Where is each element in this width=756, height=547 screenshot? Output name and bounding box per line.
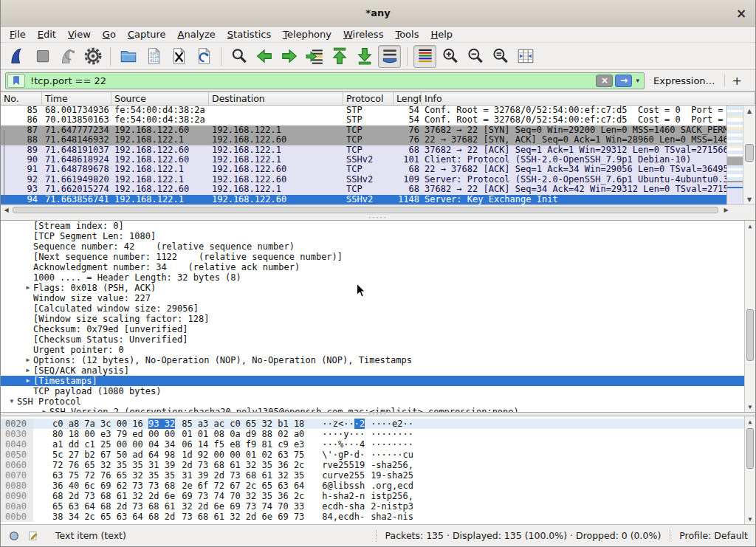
details-scrollbar[interactable]: ▲ ▼ xyxy=(744,221,755,412)
detail-row-5[interactable]: 1000 .... = Header Length: 32 bytes (8) xyxy=(1,272,755,283)
detail-row-2[interactable]: Sequence number: 42 (relative sequence n… xyxy=(1,241,755,252)
packet-row-87[interactable]: 8771.647777234192.168.122.60192.168.122.… xyxy=(1,125,726,135)
detail-row-1[interactable]: [TCP Segment Len: 1080] xyxy=(1,231,755,241)
detail-row-10[interactable]: Checksum: 0x79ed [unverified] xyxy=(1,324,755,334)
filter-bookmark-button[interactable] xyxy=(7,74,25,88)
packet-row-92[interactable]: 9271.661949820192.168.122.1192.168.122.6… xyxy=(1,175,726,185)
detail-row-15[interactable]: ▶[Timestamps] xyxy=(1,376,755,386)
save-file-button[interactable]: 010101100111 xyxy=(142,45,165,68)
resize-columns-button[interactable] xyxy=(514,45,537,68)
scroll-left-icon[interactable]: ◀ xyxy=(1,205,12,215)
menu-item-analyze[interactable]: Analyze xyxy=(172,28,221,41)
filter-dropdown-icon[interactable]: ▾ xyxy=(636,77,639,84)
packet-row-88[interactable]: 8871.648146932192.168.122.1192.168.122.6… xyxy=(1,135,726,145)
menu-item-help[interactable]: Help xyxy=(425,28,458,41)
menu-item-capture[interactable]: Capture xyxy=(122,28,172,41)
pane-splitter-top[interactable]: ····· xyxy=(1,215,755,221)
close-icon[interactable]: × xyxy=(735,7,748,20)
go-forward-button[interactable] xyxy=(278,45,300,68)
go-to-packet-button[interactable] xyxy=(303,45,326,68)
scroll-right-icon[interactable]: ▶ xyxy=(721,205,732,215)
detail-row-7[interactable]: Window size value: 227 xyxy=(1,293,755,303)
hex-scroll-up-icon[interactable]: ▲ xyxy=(745,416,755,427)
hex-row-00a0[interactable]: 00a065 63 64 68 2d 73 68 6132 2d 6e 69 7… xyxy=(1,501,755,512)
column-header-no[interactable]: No. xyxy=(1,92,42,105)
menu-item-tools[interactable]: Tools xyxy=(389,28,425,41)
filter-apply-button[interactable]: → xyxy=(615,75,632,87)
hex-row-0060[interactable]: 006072 76 65 32 35 35 31 392d 73 68 61 3… xyxy=(1,460,755,470)
detail-row-9[interactable]: [Window size scaling factor: 128] xyxy=(1,314,755,324)
column-header-destination[interactable]: Destination xyxy=(209,92,343,105)
hex-row-0070[interactable]: 007063 75 72 76 65 32 35 3531 39 2d 73 6… xyxy=(1,470,755,481)
detail-row-4[interactable]: Acknowledgment number: 34 (relative ack … xyxy=(1,262,755,272)
menu-item-wireless[interactable]: Wireless xyxy=(337,28,389,41)
go-back-button[interactable] xyxy=(252,45,275,68)
expander-collapsed-icon[interactable]: ▶ xyxy=(23,283,33,293)
detail-row-16[interactable]: TCP payload (1080 bytes) xyxy=(1,386,755,396)
stop-capture-button[interactable] xyxy=(31,45,54,68)
hex-row-0020[interactable]: 0020c0 a8 7a 3c 00 16 93 3285 a3 ac c0 6… xyxy=(1,419,755,429)
scrollbar-minimap[interactable] xyxy=(726,106,743,204)
hex-row-0080[interactable]: 008036 40 6c 69 62 73 73 682e 6f 72 67 2… xyxy=(1,481,755,491)
start-capture-button[interactable] xyxy=(6,45,29,68)
menu-item-view[interactable]: View xyxy=(62,28,97,41)
hex-row-0040[interactable]: 0040a1 dd c1 25 00 00 04 3406 14 f5 e8 f… xyxy=(1,439,755,450)
packet-row-86[interactable]: 8670.013850163fe:54:00:d4:38:2aSTP54Conf… xyxy=(1,115,726,125)
detail-row-3[interactable]: [Next sequence number: 1122 (relative se… xyxy=(1,252,755,262)
scroll-down-icon[interactable]: ▼ xyxy=(743,194,755,204)
detail-row-14[interactable]: ▶[SEQ/ACK analysis] xyxy=(1,365,755,376)
detail-row-17[interactable]: ▼SSH Protocol xyxy=(1,396,755,407)
scroll-up-icon[interactable]: ▲ xyxy=(743,106,755,116)
hex-row-0050[interactable]: 00505c 27 b2 67 50 ad 64 981d 92 00 00 0… xyxy=(1,450,755,460)
find-packet-button[interactable] xyxy=(227,45,250,68)
menu-item-statistics[interactable]: Statistics xyxy=(221,28,277,41)
expander-collapsed-icon[interactable]: ▶ xyxy=(23,376,33,386)
colorize-packets-button[interactable] xyxy=(413,45,436,68)
column-header-time[interactable]: Time xyxy=(42,92,111,105)
expression-button[interactable]: Expression… xyxy=(653,75,715,86)
menu-item-edit[interactable]: Edit xyxy=(32,28,62,41)
expert-info-icon[interactable] xyxy=(8,530,20,542)
zoom-out-button[interactable] xyxy=(464,45,487,68)
go-first-packet-button[interactable] xyxy=(328,45,351,68)
reload-file-button[interactable] xyxy=(192,45,215,68)
detail-row-0[interactable]: [Stream index: 0] xyxy=(1,221,755,231)
hex-scroll-down-icon[interactable]: ▼ xyxy=(745,514,755,524)
capture-options-button[interactable] xyxy=(81,45,104,68)
add-filter-button[interactable]: + xyxy=(732,74,742,88)
close-file-button[interactable] xyxy=(167,45,190,68)
packet-row-85[interactable]: 8568.001734936fe:54:00:d4:38:2aSTP54Conf… xyxy=(1,106,726,115)
packet-row-89[interactable]: 8971.648191037192.168.122.60192.168.122.… xyxy=(1,145,726,155)
details-scrollbar-thumb[interactable] xyxy=(746,309,754,361)
expander-collapsed-icon[interactable]: ▶ xyxy=(23,365,33,376)
hscrollbar-thumb[interactable] xyxy=(13,207,718,213)
packet-row-90[interactable]: 9071.648618924192.168.122.60192.168.122.… xyxy=(1,155,726,165)
menu-item-telephony[interactable]: Telephony xyxy=(277,28,337,41)
menu-item-file[interactable]: File xyxy=(4,28,32,41)
hex-row-0090[interactable]: 009068 2d 73 68 61 32 2d 6e69 73 74 70 3… xyxy=(1,491,755,501)
hex-row-0030[interactable]: 003080 18 00 e3 79 ed 00 0001 01 08 0a d… xyxy=(1,429,755,439)
expander-collapsed-icon[interactable]: ▶ xyxy=(39,407,49,412)
detail-row-18[interactable]: ▶SSH Version 2 (encryption:chacha20-poly… xyxy=(1,407,755,412)
column-header-length[interactable]: Length xyxy=(394,92,422,105)
details-scroll-down-icon[interactable]: ▼ xyxy=(745,402,755,412)
profile-status[interactable]: Profile: Default xyxy=(679,530,748,541)
restart-capture-button[interactable] xyxy=(56,45,79,68)
open-file-button[interactable] xyxy=(117,45,140,68)
packet-row-93[interactable]: 9371.662015274192.168.122.60192.168.122.… xyxy=(1,185,726,194)
hex-row-00b0[interactable]: 00b038 34 2c 65 63 64 68 2d73 68 61 32 2… xyxy=(1,512,755,522)
packet-row-91[interactable]: 9171.648789678192.168.122.1192.168.122.6… xyxy=(1,165,726,174)
zoom-100-button[interactable] xyxy=(489,45,512,68)
scrollbar-thumb[interactable] xyxy=(745,144,754,162)
packet-row-94[interactable]: 9471.663856741192.168.122.1192.168.122.6… xyxy=(1,195,726,204)
detail-row-13[interactable]: ▶Options: (12 bytes), No-Operation (NOP)… xyxy=(1,355,755,365)
column-header-source[interactable]: Source xyxy=(111,92,209,105)
detail-row-12[interactable]: Urgent pointer: 0 xyxy=(1,345,755,355)
auto-scroll-button[interactable] xyxy=(378,45,401,68)
expander-collapsed-icon[interactable]: ▶ xyxy=(23,355,33,365)
detail-row-6[interactable]: ▶Flags: 0x018 (PSH, ACK) xyxy=(1,283,755,293)
packet-list-scrollbar[interactable]: ▲ ▼ xyxy=(743,106,755,204)
menu-item-go[interactable]: Go xyxy=(97,28,122,41)
detail-row-11[interactable]: [Checksum Status: Unverified] xyxy=(1,334,755,345)
expander-expanded-icon[interactable]: ▼ xyxy=(7,396,17,407)
